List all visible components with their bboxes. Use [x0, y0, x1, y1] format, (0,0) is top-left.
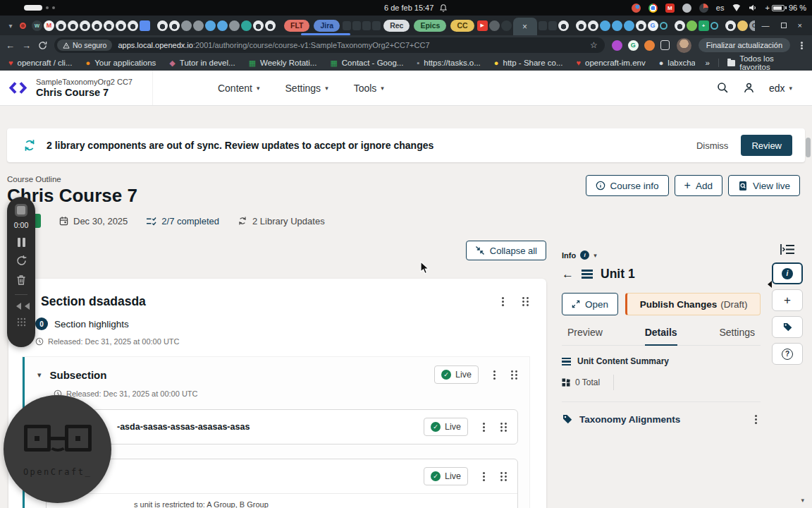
ring-tab[interactable] [660, 22, 668, 30]
stop-recording-button[interactable] [15, 204, 27, 217]
expand-caret-icon[interactable]: ▾ [37, 370, 42, 380]
collapsed-tab[interactable] [372, 21, 381, 30]
gray-tab[interactable] [229, 20, 240, 31]
github-tab[interactable] [56, 20, 66, 31]
tab-group-epics[interactable]: Epics [414, 20, 446, 32]
battery-indicator[interactable]: + 96 % [765, 4, 806, 12]
address-bar[interactable]: No seguro apps.local.openedx.io:2001/aut… [54, 37, 605, 53]
extension-purple-icon[interactable] [612, 40, 622, 51]
back-arrow-icon[interactable]: ← [562, 267, 574, 282]
window-restore-button[interactable] [781, 23, 787, 28]
collapse-all-button[interactable]: Collapse all [466, 241, 546, 260]
volume-icon[interactable] [749, 4, 757, 12]
drag-grip-icon[interactable] [17, 318, 26, 327]
dismiss-button[interactable]: Dismiss [696, 140, 729, 151]
gray-tab[interactable] [193, 20, 204, 31]
section-highlights[interactable]: 0 Section highlights [35, 318, 529, 330]
tab-group-jira[interactable]: Jira [314, 20, 340, 32]
system-clock[interactable]: 6 de feb 15:47 [384, 4, 448, 13]
tab-group-cc[interactable]: CC [450, 20, 474, 32]
section-menu-icon[interactable] [502, 301, 504, 303]
github-tab[interactable] [588, 20, 598, 31]
google-tab[interactable]: G [648, 20, 658, 31]
nav-content[interactable]: Content▾ [218, 83, 260, 94]
course-info-button[interactable]: Course info [586, 175, 669, 196]
add-component-button[interactable]: + [772, 289, 803, 311]
blue-tab[interactable] [624, 20, 634, 31]
github-tab[interactable] [157, 20, 168, 31]
tags-panel-button[interactable] [772, 316, 803, 338]
restart-recording-button[interactable] [16, 255, 27, 267]
browser-menu-icon[interactable] [801, 44, 803, 47]
bookmark-star-icon[interactable]: ☆ [590, 40, 598, 50]
security-chip[interactable]: No seguro [57, 40, 112, 51]
view-live-button[interactable]: View live [728, 175, 800, 196]
scroll-down-arrow[interactable]: ▾ [801, 497, 804, 504]
yellow-tab[interactable] [737, 20, 748, 31]
add-button[interactable]: + Add [675, 175, 722, 196]
scrollbar-thumb[interactable] [806, 138, 811, 157]
wave-tab[interactable]: w [32, 20, 42, 31]
chrome-tray-icon[interactable] [648, 4, 658, 13]
nav-tools[interactable]: Tools▾ [354, 83, 384, 94]
subsection-status-badge[interactable]: ✓Live [434, 365, 479, 384]
github-tab[interactable] [80, 20, 90, 31]
github-tab[interactable] [253, 20, 264, 31]
unit-status-badge[interactable]: ✓Live [424, 467, 468, 485]
github-tab[interactable] [558, 20, 569, 31]
gray-tab[interactable] [181, 20, 192, 31]
extension-orange-icon[interactable] [644, 40, 655, 51]
github-tab[interactable] [265, 20, 276, 31]
outline-toggle-icon[interactable] [780, 243, 795, 255]
teal-tab[interactable] [241, 20, 252, 31]
workspace-indicator[interactable] [0, 5, 55, 11]
doc-tab[interactable] [140, 20, 150, 31]
github-tab[interactable] [116, 20, 126, 31]
back-button[interactable]: ← [6, 40, 15, 51]
help-panel-button[interactable]: ? [772, 343, 803, 365]
brand-block[interactable]: SampleTaxonomyOrg2 CC7 Chris Course 7 [8, 71, 153, 105]
gray-tab[interactable] [489, 20, 500, 31]
library-updates[interactable]: 2 Library Updates [238, 216, 325, 226]
mail-tray-icon[interactable]: M [665, 4, 675, 13]
drag-handle-icon[interactable] [500, 471, 508, 482]
publish-changes-button[interactable]: Publish Changes (Draft) [625, 293, 761, 315]
taxonomy-menu-icon[interactable] [755, 418, 757, 421]
delete-recording-button[interactable] [16, 274, 26, 286]
tray-pie-icon[interactable] [699, 4, 708, 13]
dark-tab[interactable] [501, 20, 512, 31]
sheets-tab[interactable]: + [699, 20, 709, 31]
tab-search-chevron-icon[interactable]: ▾ [4, 22, 17, 30]
bookmark-item[interactable]: ♥ opencraft-im.env [577, 59, 646, 67]
bookmark-item[interactable]: ▪ https://tasks.o... [417, 59, 480, 67]
unit-status-badge[interactable]: ✓Live [424, 418, 468, 436]
github-tab[interactable] [636, 20, 646, 31]
youtube-tab[interactable]: ▶ [477, 20, 488, 31]
subsection-menu-icon[interactable] [493, 374, 496, 376]
tab-preview[interactable]: Preview [567, 327, 603, 346]
sidebar-info-header[interactable]: Info i ▾ [562, 250, 761, 260]
active-tab[interactable]: × [513, 18, 537, 35]
pause-recording-button[interactable] [18, 238, 25, 247]
ring-tab[interactable] [710, 22, 718, 30]
user-menu[interactable]: edx▾ [769, 83, 792, 94]
drag-handle-icon[interactable] [510, 370, 518, 380]
recording-tab-icon[interactable] [20, 23, 26, 29]
blue-tab[interactable] [217, 20, 228, 31]
tab-group-flt[interactable]: FLT [284, 20, 309, 32]
bookmark-item[interactable]: ◆ Tutor in devel... [169, 59, 235, 67]
drag-handle-icon[interactable] [522, 296, 529, 307]
github-tab[interactable] [92, 20, 102, 31]
collapsed-tab[interactable] [352, 21, 361, 30]
github-tab[interactable] [68, 20, 78, 31]
open-unit-button[interactable]: Open [562, 293, 618, 315]
tab-details[interactable]: Details [645, 327, 677, 346]
nav-settings[interactable]: Settings▾ [285, 83, 328, 94]
wifi-icon[interactable] [732, 4, 741, 11]
update-browser-button[interactable]: Finalizar actualización [699, 38, 790, 52]
user-icon[interactable] [743, 82, 755, 94]
unit-menu-icon[interactable] [483, 476, 485, 478]
extension-grammarly-icon[interactable]: G [628, 40, 639, 51]
all-favorites-button[interactable]: Todos los favoritos [727, 54, 804, 71]
extension-clipboard-icon[interactable] [660, 40, 670, 50]
